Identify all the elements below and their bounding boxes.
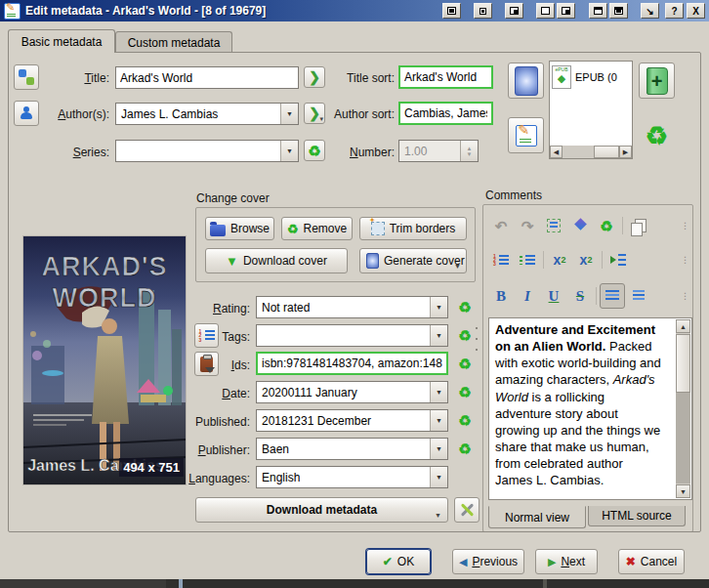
- tab-custom-metadata[interactable]: Custom metadata: [115, 31, 232, 53]
- ok-button[interactable]: ✔OK: [366, 549, 431, 574]
- tab-normal-view[interactable]: Normal view: [488, 506, 586, 528]
- wm-maximize-icon[interactable]: [442, 3, 461, 19]
- chevron-right-icon: ▶: [548, 556, 556, 568]
- ok-label: OK: [397, 555, 414, 568]
- wm-restore-right-icon[interactable]: [557, 3, 575, 19]
- x-icon: ✖: [626, 555, 636, 568]
- window-title: Edit metadata - Arkad's World - [8 of 19…: [25, 4, 266, 18]
- app-icon: [4, 3, 21, 20]
- edit-metadata-dialog: Edit metadata - Arkad's World - [8 of 19…: [0, 0, 709, 588]
- previous-button[interactable]: ◀Previous: [452, 549, 524, 574]
- chevron-left-icon: ◀: [459, 556, 467, 568]
- wm-roll-icon[interactable]: [609, 3, 628, 19]
- wm-minimize-icon[interactable]: ↘: [641, 3, 659, 19]
- next-button[interactable]: ▶Next: [535, 549, 598, 574]
- check-icon: ✔: [383, 555, 393, 568]
- titlebar: Edit metadata - Arkad's World - [8 of 19…: [0, 0, 709, 21]
- cancel-button[interactable]: ✖Cancel: [618, 549, 685, 574]
- wm-restore-left-icon[interactable]: [536, 3, 555, 19]
- wm-box-icon[interactable]: [474, 3, 492, 19]
- wm-shade-icon[interactable]: [589, 3, 607, 19]
- basic-metadata-pane: [8, 52, 701, 532]
- previous-label: Previous: [472, 555, 518, 568]
- window-buttons: ↘ ? X: [442, 3, 705, 19]
- wm-help-button[interactable]: ?: [665, 3, 684, 19]
- cancel-label: Cancel: [641, 555, 677, 568]
- tab-basic-metadata[interactable]: Basic metadata: [8, 29, 115, 53]
- wm-close-button[interactable]: X: [687, 3, 705, 19]
- next-label: Next: [561, 555, 585, 568]
- background-window-strip: [0, 579, 709, 588]
- wm-box-dot-icon[interactable]: [505, 3, 523, 19]
